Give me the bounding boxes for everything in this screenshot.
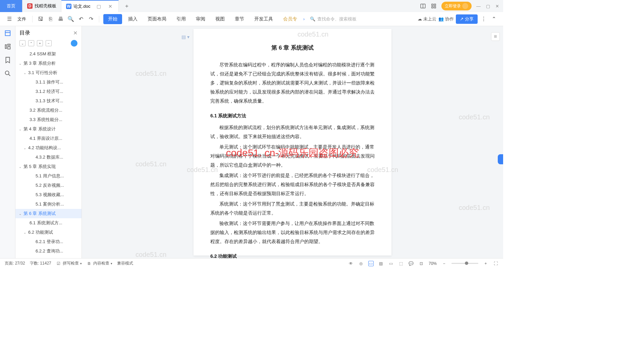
spellcheck-toggle[interactable]: ☑拼写检查▾ — [56, 261, 82, 266]
collapse-all-icon[interactable]: ⌄ — [19, 40, 25, 46]
outline-item[interactable]: 4.3.2 数据库... — [15, 153, 82, 162]
page-marker-icon[interactable]: ▤ ▾ — [181, 32, 190, 42]
remove-heading-icon[interactable]: − — [46, 40, 52, 46]
tab-home[interactable]: 首页 — [0, 0, 22, 12]
view-outline-icon[interactable]: ▤ — [378, 261, 384, 266]
tab-add[interactable]: ＋ — [119, 3, 135, 10]
outline-item[interactable]: 5.1 案例分析... — [15, 199, 82, 209]
window-close[interactable]: ✕ — [495, 4, 499, 9]
find-icon[interactable] — [4, 70, 11, 77]
check-icon: ☑ — [56, 261, 61, 266]
expand-all-icon[interactable]: ⌃ — [28, 40, 34, 46]
view-page-icon[interactable]: ▭ — [368, 261, 374, 266]
menu-devtools[interactable]: 开发工具 — [250, 13, 277, 25]
outline-item[interactable]: ⌄3.1 可行性分析 — [15, 68, 82, 77]
zoom-level[interactable]: 70% — [429, 261, 437, 266]
menu-member[interactable]: 会员专 — [279, 13, 301, 25]
fullscreen-icon[interactable]: ⛶ — [493, 261, 498, 266]
outline-item-label: 6.2.2 查询功... — [36, 248, 63, 254]
svg-rect-5 — [434, 7, 436, 8]
menu-insert[interactable]: 插入 — [124, 13, 142, 25]
outline-item[interactable]: ⌄6.2 功能测试 — [15, 228, 82, 237]
view-web-icon[interactable]: ⬚ — [398, 261, 404, 266]
outline-item[interactable]: 5.1 用户信息... — [15, 171, 82, 181]
eye-icon[interactable]: 👁 — [348, 261, 354, 266]
collapse-ribbon-icon[interactable]: ⌃ — [490, 15, 498, 23]
preview-icon[interactable]: 🔍 — [67, 15, 75, 23]
zoom-fit-icon[interactable]: ⊡ — [419, 261, 424, 266]
outline-item[interactable]: ⌄第 6 章 系统测试 — [15, 209, 82, 218]
outline-item[interactable]: 6.2.2 查询功... — [15, 246, 82, 256]
zoom-slider[interactable] — [451, 263, 478, 264]
layout-icon[interactable] — [420, 3, 426, 9]
redo-icon[interactable]: ↷ — [87, 15, 95, 23]
tab-restore-icon[interactable]: ▢ — [95, 4, 102, 9]
collab-button[interactable]: 👥协作 — [438, 16, 454, 22]
focus-icon[interactable]: ◎ — [358, 261, 364, 266]
outline-item[interactable]: 3.3 系统性能分... — [15, 115, 82, 124]
menu-icon[interactable]: ☰ — [5, 15, 13, 23]
outline-item[interactable]: ⌄第 5 章 系统实现 — [15, 162, 82, 171]
export-icon[interactable]: ⎘ — [47, 15, 55, 23]
outline-icon[interactable] — [4, 30, 11, 37]
outline-item[interactable]: ⌄4.2 功能结构设... — [15, 143, 82, 153]
save-icon[interactable]: 🖫 — [37, 15, 45, 23]
tab-close-icon[interactable]: ✕ — [107, 4, 114, 9]
bookmark-icon[interactable] — [4, 56, 11, 64]
file-menu[interactable]: 文件 — [15, 16, 28, 22]
watermark: code51.cn — [459, 204, 490, 212]
outline-item[interactable]: 3.1.3 技术可... — [15, 96, 82, 106]
outline-close-icon[interactable]: ✕ — [73, 30, 77, 36]
page-indicator[interactable]: 页面: 27/32 — [5, 261, 25, 266]
zoom-in-icon[interactable]: + — [483, 261, 488, 266]
outline-item[interactable]: ⌄第 4 章 系统设计 — [15, 124, 82, 134]
outline-item-label: 5.3 视频收藏... — [36, 192, 64, 198]
right-panel-toggle[interactable]: ≡ — [491, 32, 500, 41]
print-icon[interactable]: 🖶 — [57, 15, 65, 23]
command-search[interactable]: 🔍 查找命令、搜索模板 — [307, 15, 360, 23]
menu-reference[interactable]: 引用 — [172, 13, 190, 25]
share-icon: ↗ — [460, 16, 464, 21]
outline-item[interactable]: 2.4 SSM 框架 — [15, 49, 82, 59]
outline-item[interactable]: ⌄第 3 章 系统分析 — [15, 59, 82, 68]
outline-item[interactable]: 5.2 反诈视频... — [15, 181, 82, 190]
outline-item[interactable]: 4.1 界面设计原... — [15, 134, 82, 143]
menu-chapter[interactable]: 章节 — [231, 13, 248, 25]
outline-item[interactable]: 3.1.2 经济可... — [15, 87, 82, 96]
comment-icon[interactable]: 💬 — [409, 261, 414, 266]
nav-icon[interactable] — [4, 43, 11, 50]
outline-item[interactable]: 3.1.1 操作可... — [15, 77, 82, 87]
outline-item[interactable]: 6.1 系统测试方... — [15, 218, 82, 228]
window-maximize[interactable]: ▢ — [486, 4, 490, 9]
ai-icon[interactable] — [71, 40, 77, 47]
svg-rect-6 — [5, 31, 10, 36]
word-count[interactable]: 字数: 11427 — [30, 261, 51, 266]
zoom-out-icon[interactable]: − — [441, 261, 447, 266]
cloud-status[interactable]: ☁未上云 — [418, 16, 436, 22]
menu-review[interactable]: 审阅 — [192, 13, 209, 25]
side-flag-icon[interactable] — [498, 154, 503, 164]
document-area[interactable]: code51.cn code51.cn code51.cn code51.cn … — [82, 26, 503, 258]
menu-layout[interactable]: 页面布局 — [144, 13, 170, 25]
add-heading-icon[interactable]: + — [37, 40, 43, 46]
more-icon[interactable]: ⋮ — [480, 15, 488, 23]
tab-document[interactable]: W 论文.doc ▢ ✕ — [61, 0, 119, 12]
tab-template[interactable]: D 找稻壳模板 — [22, 0, 61, 12]
login-button[interactable]: 立即登录 — [441, 2, 472, 10]
outline-item[interactable]: 6.2.1 登录功... — [15, 237, 82, 246]
outline-item[interactable]: 5.3 视频收藏... — [15, 190, 82, 199]
outline-panel: 目录 ✕ ⌄ ⌃ + − 2.4 SSM 框架⌄第 3 章 系统分析⌄3.1 可… — [15, 26, 82, 258]
menu-start[interactable]: 开始 — [103, 14, 122, 24]
menu-view[interactable]: 视图 — [211, 13, 229, 25]
view-read-icon[interactable]: ▭ — [388, 261, 394, 266]
share-button[interactable]: ↗分享 — [456, 14, 478, 24]
content-check[interactable]: 🗎内容检查▾ — [87, 261, 112, 266]
apps-icon[interactable] — [431, 3, 437, 9]
outline-item-label: 5.1 案例分析... — [36, 201, 64, 207]
outline-item[interactable]: 6.3 测试结果分... — [15, 256, 82, 258]
compat-mode[interactable]: 兼容模式 — [117, 261, 133, 266]
word-icon: W — [66, 4, 71, 9]
outline-item[interactable]: 3.2 系统流程分... — [15, 106, 82, 115]
undo-icon[interactable]: ↶ — [77, 15, 85, 23]
window-minimize[interactable]: — — [476, 4, 481, 9]
